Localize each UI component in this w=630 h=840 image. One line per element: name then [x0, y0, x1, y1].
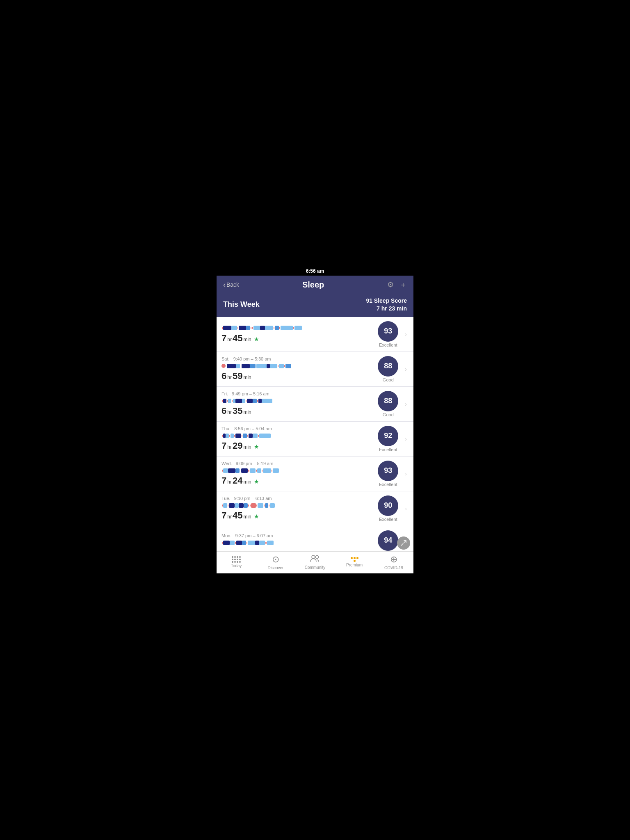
- score-right-top: 93 Excellent: [374, 321, 402, 347]
- duration-wed: 7 hr 24 min ★: [221, 475, 370, 486]
- chevron-right-thu[interactable]: ›: [405, 436, 407, 442]
- score-circle-sat: 88: [378, 356, 398, 377]
- score-right-wed: 93 Excellent: [374, 461, 402, 487]
- back-chevron-icon: ‹: [223, 281, 226, 289]
- tab-premium[interactable]: Premium: [335, 557, 374, 567]
- sleep-entry-top[interactable]: 7 hr 45 min ★ 93 Excellent ›: [217, 317, 413, 352]
- score-circle-tue: 90: [378, 495, 398, 516]
- score-section-wed: 93 Excellent ›: [374, 461, 407, 487]
- score-right-sat: 88 Good: [374, 356, 402, 382]
- week-score-value: 91 Sleep Score: [366, 297, 407, 304]
- star-icon-wed: ★: [254, 478, 259, 485]
- entry-meta-fri: Fri. 9:49 pm – 5:16 am: [221, 391, 370, 396]
- entry-left-thu: Thu. 8:56 pm – 5:04 am: [221, 426, 370, 451]
- score-label-fri: Good: [383, 412, 394, 417]
- score-label-wed: Excellent: [379, 482, 397, 487]
- entry-left-sat: Sat. 9:40 pm – 5:30 am: [221, 356, 370, 381]
- entry-meta-tue: Tue. 9:10 pm – 6:13 am: [221, 496, 370, 501]
- chevron-right-fri[interactable]: ›: [405, 401, 407, 407]
- sleep-bar-mon: [221, 539, 370, 546]
- score-label-top: Excellent: [379, 342, 397, 347]
- tab-community[interactable]: Community: [295, 554, 335, 570]
- discover-icon: ⊙: [272, 554, 279, 565]
- status-bar: 6:56 am: [217, 267, 413, 276]
- today-icon: [232, 556, 241, 563]
- score-circle-mon: 94: [378, 530, 398, 551]
- score-section-thu: 92 Excellent ›: [374, 426, 407, 452]
- star-icon-tue: ★: [254, 513, 259, 520]
- sleep-bar-top: [221, 325, 370, 331]
- entry-left-tue: Tue. 9:10 pm – 6:13 am: [221, 496, 370, 521]
- score-circle-top: 93: [378, 321, 398, 342]
- tab-discover[interactable]: ⊙ Discover: [256, 554, 295, 570]
- svg-point-0: [312, 555, 315, 559]
- week-duration: 7 hr 23 min: [366, 305, 407, 312]
- duration-sat: 6 hr 59 min: [221, 371, 370, 381]
- back-button[interactable]: ‹ Back: [223, 281, 239, 289]
- tab-today[interactable]: Today: [217, 556, 256, 568]
- sleep-list[interactable]: 7 hr 45 min ★ 93 Excellent ›: [217, 317, 413, 551]
- score-section-tue: 90 Excellent ›: [374, 495, 407, 522]
- tab-discover-label: Discover: [268, 566, 284, 570]
- duration-thu: 7 hr 29 min ★: [221, 441, 370, 451]
- score-circle-fri: 88: [378, 391, 398, 411]
- status-time: 6:56 am: [306, 268, 324, 274]
- page-title: Sleep: [302, 280, 324, 290]
- corner-button[interactable]: [397, 536, 410, 550]
- star-icon-thu: ★: [254, 443, 259, 450]
- back-label: Back: [226, 281, 239, 288]
- app-container: ‹ Back Sleep ⚙ ＋ This Week 91 Sleep Scor…: [217, 276, 413, 573]
- entry-meta-mon: Mon. 9:37 pm – 6:07 am: [221, 533, 370, 538]
- score-right-thu: 92 Excellent: [374, 426, 402, 452]
- sleep-entry-sat[interactable]: Sat. 9:40 pm – 5:30 am: [217, 352, 413, 387]
- sleep-bar-sat: [221, 363, 370, 369]
- premium-icon: [351, 557, 358, 562]
- chevron-right-wed[interactable]: ›: [405, 470, 407, 477]
- chevron-right-top[interactable]: ›: [405, 331, 407, 338]
- covid-icon: ⊕: [390, 554, 397, 565]
- chevron-right-sat[interactable]: ›: [405, 366, 407, 372]
- entry-meta-sat: Sat. 9:40 pm – 5:30 am: [221, 356, 370, 361]
- week-score: 91 Sleep Score 7 hr 23 min: [366, 297, 407, 312]
- score-label-sat: Good: [383, 377, 394, 382]
- score-right-tue: 90 Excellent: [374, 495, 402, 522]
- tab-covid[interactable]: ⊕ COVID-19: [374, 554, 413, 570]
- entry-left-wed: Wed. 9:09 pm – 5:19 am: [221, 461, 370, 486]
- settings-icon[interactable]: ⚙: [387, 280, 394, 289]
- svg-point-1: [316, 556, 319, 559]
- score-right-fri: 88 Good: [374, 391, 402, 417]
- sleep-bar-tue: [221, 502, 370, 509]
- sleep-entry-thu[interactable]: Thu. 8:56 pm – 5:04 am: [217, 422, 413, 457]
- sleep-entry-wed[interactable]: Wed. 9:09 pm – 5:19 am: [217, 457, 413, 491]
- score-label-tue: Excellent: [379, 517, 397, 522]
- week-label: This Week: [223, 300, 260, 309]
- sleep-bar-thu: [221, 432, 370, 439]
- add-icon[interactable]: ＋: [399, 280, 407, 290]
- score-label-thu: Excellent: [379, 447, 397, 452]
- entry-meta-thu: Thu. 8:56 pm – 5:04 am: [221, 426, 370, 431]
- star-icon-top: ★: [254, 336, 259, 342]
- sleep-entry-fri[interactable]: Fri. 9:49 pm – 5:16 am: [217, 387, 413, 422]
- sleep-bar-wed: [221, 467, 370, 474]
- sleep-entry-tue[interactable]: Tue. 9:10 pm – 6:13 am: [217, 491, 413, 526]
- tab-bar: Today ⊙ Discover Community: [217, 551, 413, 573]
- score-section-top: 93 Excellent ›: [374, 321, 407, 347]
- nav-actions: ⚙ ＋: [387, 280, 407, 290]
- tab-covid-label: COVID-19: [384, 566, 403, 570]
- score-circle-thu: 92: [378, 426, 398, 446]
- entry-left-fri: Fri. 9:49 pm – 5:16 am: [221, 391, 370, 416]
- score-section-sat: 88 Good ›: [374, 356, 407, 382]
- entry-left-top: 7 hr 45 min ★: [221, 325, 370, 344]
- week-summary: This Week 91 Sleep Score 7 hr 23 min: [217, 294, 413, 317]
- sleep-entry-mon[interactable]: Mon. 9:37 pm – 6:07 am: [217, 526, 413, 551]
- tab-today-label: Today: [231, 564, 242, 568]
- score-section-fri: 88 Good ›: [374, 391, 407, 417]
- community-icon: [310, 554, 320, 564]
- tab-community-label: Community: [305, 565, 326, 570]
- sleep-bar-fri: [221, 397, 370, 404]
- chevron-right-tue[interactable]: ›: [405, 505, 407, 512]
- duration-tue: 7 hr 45 min ★: [221, 510, 370, 521]
- tab-premium-label: Premium: [346, 563, 363, 567]
- duration-fri: 6 hr 35 min: [221, 406, 370, 416]
- duration-top: 7 hr 45 min ★: [221, 333, 370, 344]
